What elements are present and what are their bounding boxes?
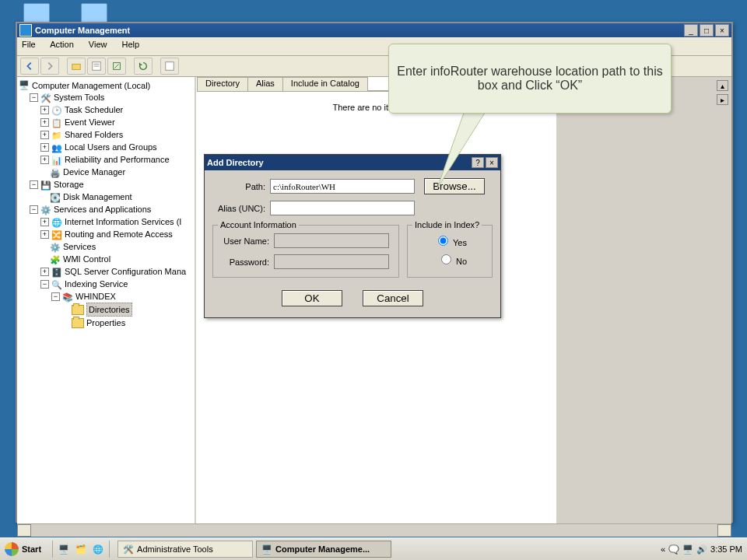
tree-directories[interactable]: Directories [86, 303, 132, 317]
folder-icon [72, 305, 84, 315]
tree-indexing-service[interactable]: Indexing Service [65, 278, 128, 290]
username-input [274, 233, 389, 248]
menu-file[interactable]: File [22, 40, 36, 49]
alias-label: Alias (UNC): [212, 204, 265, 213]
tree-local-users[interactable]: Local Users and Groups [65, 141, 157, 153]
tray-icon[interactable]: 🗨️ [668, 544, 679, 555]
tree-system-tools[interactable]: System Tools [54, 91, 104, 103]
include-yes-radio[interactable]: Yes [414, 233, 467, 247]
col-directory[interactable]: Directory [197, 77, 248, 91]
include-no-radio[interactable]: No [414, 252, 467, 266]
dialog-title: Add Directory [207, 158, 470, 167]
tree-services-apps[interactable]: Services and Applications [54, 203, 151, 215]
routing-icon: 🔀 [51, 229, 62, 240]
tree-storage[interactable]: Storage [54, 178, 84, 191]
account-info-group: Account Information User Name: Password: [212, 225, 399, 278]
tree-event-viewer[interactable]: Event Viewer [65, 116, 115, 128]
users-icon: 👥 [51, 142, 62, 152]
expand-icon[interactable]: + [40, 156, 49, 164]
explorer-icon[interactable]: 🗂️ [73, 541, 89, 557]
forward-button[interactable] [40, 58, 59, 75]
collapse-icon[interactable]: − [30, 180, 38, 189]
expand-icon[interactable]: + [40, 268, 49, 276]
path-input[interactable] [270, 179, 415, 194]
task-label: Computer Manageme... [275, 544, 370, 554]
tray-network-icon[interactable]: 🖥️ [682, 544, 693, 555]
menu-view[interactable]: View [89, 40, 107, 49]
computer-icon: 🖥️ [261, 544, 272, 555]
tree-whindex[interactable]: WHINDEX [75, 290, 116, 303]
tray-chevron[interactable]: « [661, 544, 665, 554]
task-computer-management[interactable]: 🖥️ Computer Manageme... [256, 541, 391, 558]
tree-sql[interactable]: SQL Server Configuration Mana [65, 265, 186, 278]
minimize-button[interactable]: _ [684, 24, 698, 37]
path-label: Path: [212, 182, 265, 191]
expand-icon[interactable]: + [40, 106, 49, 114]
pane-nav-button[interactable]: ▴ [717, 80, 728, 91]
titlebar[interactable]: Computer Management _ □ × [17, 23, 731, 37]
collapse-icon[interactable]: − [30, 205, 38, 214]
tree-routing[interactable]: Routing and Remote Access [65, 228, 173, 240]
close-button[interactable]: × [715, 24, 729, 37]
tree-iis[interactable]: Internet Information Services (I [65, 215, 181, 228]
gear-icon: ⚙️ [50, 241, 61, 252]
tree-device-manager[interactable]: Device Manager [63, 166, 125, 178]
refresh-button[interactable] [134, 58, 153, 75]
svg-rect-0 [72, 64, 81, 69]
admin-tools-icon: 🛠️ [123, 544, 134, 555]
scroll-right-button[interactable] [717, 524, 731, 537]
tray-volume-icon[interactable]: 🔊 [696, 544, 707, 555]
task-admin-tools[interactable]: 🛠️ Administrative Tools [117, 541, 253, 558]
tree-root[interactable]: Computer Management (Local) [32, 81, 150, 90]
show-desktop-icon[interactable]: 🖥️ [56, 541, 72, 557]
expand-icon[interactable]: + [40, 143, 49, 152]
col-alias[interactable]: Alias [247, 77, 283, 91]
expand-icon[interactable]: + [40, 118, 49, 127]
nav-tree[interactable]: 🖥️Computer Management (Local) −🛠️System … [17, 77, 196, 523]
wmi-icon: 🧩 [50, 254, 61, 264]
scroll-left-button[interactable] [17, 524, 31, 537]
event-icon: 📋 [51, 117, 62, 128]
include-index-legend: Include in Index? [412, 220, 482, 229]
iis-icon: 🌐 [51, 216, 62, 227]
menu-action[interactable]: Action [50, 40, 74, 49]
clock[interactable]: 3:35 PM [710, 544, 742, 554]
expand-icon[interactable]: + [40, 230, 49, 239]
tree-task-scheduler[interactable]: Task Scheduler [65, 103, 123, 116]
actions-pane: ▴ ▸ [556, 77, 731, 523]
help-button[interactable] [160, 58, 179, 75]
tree-disk-management[interactable]: Disk Management [63, 191, 132, 203]
perf-icon: 📊 [51, 154, 62, 165]
cancel-button[interactable]: Cancel [363, 290, 423, 306]
computer-icon: 🖥️ [19, 80, 30, 91]
tree-services[interactable]: Services [63, 240, 96, 253]
tree-properties[interactable]: Properties [86, 317, 125, 329]
properties-button[interactable] [87, 58, 106, 75]
tree-shared-folders[interactable]: Shared Folders [65, 128, 123, 141]
index-icon: 🔍 [51, 278, 62, 289]
shared-icon: 📁 [51, 129, 62, 140]
horizontal-scrollbar[interactable] [17, 523, 731, 537]
export-button[interactable] [107, 58, 126, 75]
tools-icon: 🛠️ [40, 92, 51, 103]
ie-icon[interactable]: 🌐 [90, 541, 106, 557]
maximize-button[interactable]: □ [700, 24, 714, 37]
col-include[interactable]: Include in Catalog [282, 77, 368, 91]
tree-reliability[interactable]: Reliability and Performance [65, 153, 170, 166]
back-button[interactable] [20, 58, 39, 75]
tree-wmi[interactable]: WMI Control [63, 253, 110, 265]
collapse-icon[interactable]: − [51, 292, 60, 301]
collapse-icon[interactable]: − [40, 280, 49, 289]
expand-icon[interactable]: + [40, 218, 49, 226]
pane-nav-button[interactable]: ▸ [717, 94, 728, 105]
system-tray[interactable]: « 🗨️ 🖥️ 🔊 3:35 PM [656, 544, 747, 555]
start-label: Start [22, 544, 41, 554]
alias-input[interactable] [270, 201, 415, 215]
menu-help[interactable]: Help [122, 40, 140, 49]
up-button[interactable] [67, 58, 86, 75]
collapse-icon[interactable]: − [30, 93, 38, 102]
start-button[interactable]: Start [0, 539, 49, 559]
ok-button[interactable]: OK [282, 290, 342, 306]
expand-icon[interactable]: + [40, 131, 49, 139]
disk-icon: 💽 [50, 191, 61, 202]
